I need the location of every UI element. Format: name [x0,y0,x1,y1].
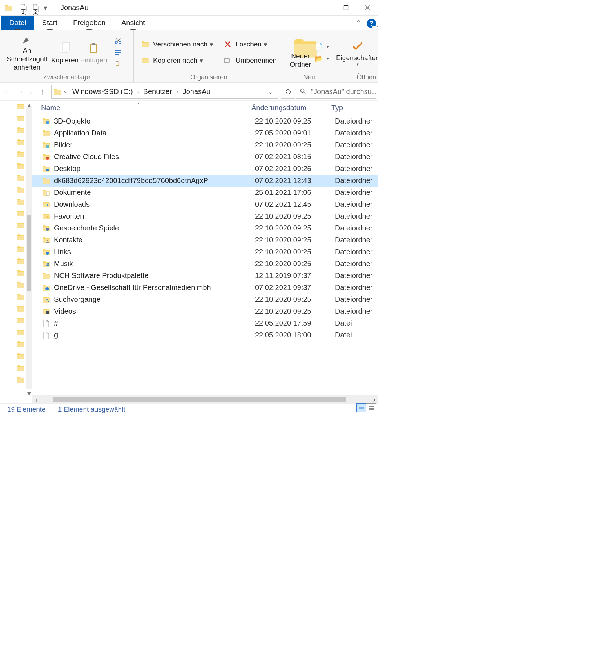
file-row[interactable]: 3D-Objekte 22.10.2020 09:25 Dateiordner [32,115,378,127]
details-view-button[interactable] [356,403,366,412]
pin-quick-access-button[interactable]: An Schnellzugriff anheften [4,33,50,72]
copy-path-button[interactable] [110,46,130,58]
crumbs-dropdown[interactable]: ⌄ [265,89,276,95]
delete-button[interactable]: Löschen ▾ [220,39,280,50]
file-date: 07.02.2021 12:45 [255,200,335,209]
tab-view[interactable]: AnsichtA [113,16,153,30]
edit-button[interactable]: 📝 [378,46,378,58]
file-row[interactable]: Gespeicherte Spiele 22.10.2020 09:25 Dat… [32,222,378,234]
move-to-button[interactable]: Verschieben nach ▾ [137,39,217,50]
file-row[interactable]: Desktop 07.02.2021 09:26 Dateiordner [32,163,378,175]
path-icon [114,50,122,55]
maximize-button[interactable] [335,1,357,15]
crumb[interactable]: Benutzer [140,88,175,96]
file-row[interactable]: NCH Software Produktpalette 12.11.2019 0… [32,270,378,282]
column-header-date[interactable]: Änderungsdatum [251,104,331,112]
search-input[interactable]: "JonasAu" durchsu… [296,85,376,99]
history-button[interactable] [378,58,378,70]
keytip: 1 [21,9,26,15]
address-bar: ← → ⌄ ↑ « Windows-SSD (C:)› Benutzer› Jo… [0,83,378,101]
crumb[interactable]: JonasAu [180,88,214,96]
title-bar: 1 2 ▾ JonasAu [0,0,378,16]
forward-button[interactable]: → [14,83,25,101]
tree-scroll-up[interactable]: ▴ [26,101,32,107]
fav-icon [41,214,51,219]
file-name: NCH Software Produktpalette [54,272,255,280]
window-title: JonasAu [61,4,89,12]
easy-access-button[interactable]: 📂▾ [313,53,330,64]
recent-dropdown[interactable]: ⌄ [25,83,37,101]
file-row[interactable]: Favoriten 22.10.2020 09:25 Dateiordner [32,210,378,222]
chevron-right-icon: › [136,89,140,95]
breadcrumb[interactable]: « Windows-SSD (C:)› Benutzer› JonasAu ⌄ [51,85,278,99]
cut-button[interactable] [110,35,130,46]
navigation-tree[interactable]: ▴ ▾ [0,101,32,395]
file-date: 27.05.2020 09:01 [255,129,335,137]
new-item-button[interactable]: 📄▾ [313,41,330,53]
new-item-icon: 📄 [314,42,323,51]
file-row[interactable]: Creative Cloud Files 07.02.2021 08:15 Da… [32,151,378,163]
folder-icon [41,130,51,136]
file-row[interactable]: g 22.05.2020 18:00 Datei [32,329,378,341]
qat-folder-icon[interactable] [2,2,14,14]
svg-rect-6 [344,6,348,10]
horizontal-scrollbar[interactable]: ‹ › [32,395,378,403]
selected-count: 1 Element ausgewählt [58,406,125,413]
close-button[interactable] [357,1,378,15]
tab-home[interactable]: StartR [34,16,65,30]
tree-scroll-thumb[interactable] [27,215,31,291]
scroll-left-button[interactable]: ‹ [32,395,40,403]
group-label: Neu [284,73,334,82]
qat-btn-1[interactable]: 1 [18,2,30,14]
svg-point-26 [46,265,47,266]
new-folder-button[interactable]: Neuer Ordner [288,33,313,72]
file-name: 3D-Objekte [54,117,255,125]
thumbnails-view-button[interactable] [366,403,376,412]
tab-share[interactable]: FreigebenB [65,16,113,30]
paste-button[interactable]: Einfügen [79,33,108,72]
file-row[interactable]: Links 22.10.2020 09:25 Dateiordner [32,246,378,258]
scroll-track[interactable] [40,395,370,403]
refresh-button[interactable] [281,85,295,99]
open-button[interactable]: ▾ [378,35,378,46]
rename-button[interactable]: Umbenennen [220,55,280,67]
file-row[interactable]: Suchvorgänge 22.10.2020 09:25 Dateiordne… [32,294,378,305]
scroll-right-button[interactable]: › [370,395,378,403]
file-row[interactable]: # 22.05.2020 17:59 Datei [32,317,378,329]
help-button[interactable]: ? Y [367,19,376,28]
back-button[interactable]: ← [2,83,14,101]
file-name: g [54,331,255,339]
file-name: Bilder [54,141,255,149]
up-button[interactable]: ↑ [37,83,48,101]
tree-scroll-down[interactable]: ▾ [26,389,32,395]
crumb[interactable]: Windows-SSD (C:) [70,88,136,96]
qat-btn-2[interactable]: 2 [30,2,42,14]
file-date: 07.02.2021 08:15 [255,153,335,161]
scroll-thumb[interactable] [53,397,346,402]
qat-dropdown[interactable]: ▾ [42,2,49,14]
copy-button[interactable]: Kopieren [50,33,79,72]
copy-to-button[interactable]: Kopieren nach ▾ [137,55,217,67]
copy-to-icon [141,58,149,63]
collapse-ribbon-button[interactable]: ⌃ [350,17,367,30]
file-row[interactable]: Kontakte 22.10.2020 09:25 Dateiordner [32,234,378,246]
paste-shortcut-button[interactable] [110,58,130,70]
file-type: Dateiordner [335,129,378,137]
minimize-button[interactable] [313,1,335,15]
properties-button[interactable]: Eigenschaften ▾ [338,33,378,72]
column-header-name[interactable]: Name ⌃ [32,104,251,112]
file-row[interactable]: Videos 22.10.2020 09:25 Dateiordner [32,305,378,317]
file-row[interactable]: OneDrive - Gesellschaft für Personalmedi… [32,282,378,294]
file-row[interactable]: Dokumente 25.01.2021 17:06 Dateiordner [32,187,378,198]
file-row[interactable]: Bilder 22.10.2020 09:25 Dateiordner [32,139,378,151]
file-row[interactable]: Application Data 27.05.2020 09:01 Dateio… [32,127,378,139]
group-label: Öffnen [334,73,378,82]
file-type: Dateiordner [335,153,378,161]
file-row[interactable]: Downloads 07.02.2021 12:45 Dateiordner [32,198,378,210]
file-row[interactable]: Musik 22.10.2020 09:25 Dateiordner [32,258,378,270]
file-name: Creative Cloud Files [54,153,255,161]
file-row[interactable]: dk683d62923c42001cdff79bdd5760bd6dtnAgxP… [32,175,378,187]
tab-file[interactable]: DateiD [1,16,34,30]
easy-access-icon: 📂 [314,54,323,63]
column-header-type[interactable]: Typ [331,104,378,112]
